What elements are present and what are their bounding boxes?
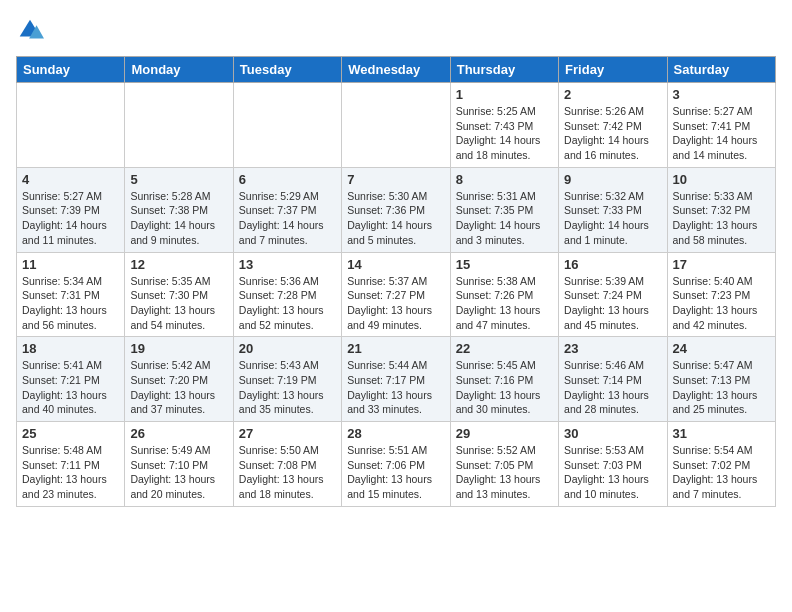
day-number: 17	[673, 257, 770, 272]
week-row-4: 18Sunrise: 5:41 AM Sunset: 7:21 PM Dayli…	[17, 337, 776, 422]
calendar-cell	[342, 83, 450, 168]
day-info: Sunrise: 5:27 AM Sunset: 7:41 PM Dayligh…	[673, 104, 770, 163]
day-number: 2	[564, 87, 661, 102]
day-number: 15	[456, 257, 553, 272]
calendar-cell: 13Sunrise: 5:36 AM Sunset: 7:28 PM Dayli…	[233, 252, 341, 337]
day-number: 12	[130, 257, 227, 272]
day-number: 3	[673, 87, 770, 102]
day-number: 6	[239, 172, 336, 187]
calendar-cell: 7Sunrise: 5:30 AM Sunset: 7:36 PM Daylig…	[342, 167, 450, 252]
day-info: Sunrise: 5:48 AM Sunset: 7:11 PM Dayligh…	[22, 443, 119, 502]
calendar-cell	[125, 83, 233, 168]
day-info: Sunrise: 5:39 AM Sunset: 7:24 PM Dayligh…	[564, 274, 661, 333]
day-number: 30	[564, 426, 661, 441]
calendar-cell: 27Sunrise: 5:50 AM Sunset: 7:08 PM Dayli…	[233, 422, 341, 507]
calendar-cell: 16Sunrise: 5:39 AM Sunset: 7:24 PM Dayli…	[559, 252, 667, 337]
day-info: Sunrise: 5:31 AM Sunset: 7:35 PM Dayligh…	[456, 189, 553, 248]
day-number: 4	[22, 172, 119, 187]
day-info: Sunrise: 5:41 AM Sunset: 7:21 PM Dayligh…	[22, 358, 119, 417]
day-info: Sunrise: 5:38 AM Sunset: 7:26 PM Dayligh…	[456, 274, 553, 333]
weekday-header-monday: Monday	[125, 57, 233, 83]
calendar-cell: 8Sunrise: 5:31 AM Sunset: 7:35 PM Daylig…	[450, 167, 558, 252]
calendar-cell: 31Sunrise: 5:54 AM Sunset: 7:02 PM Dayli…	[667, 422, 775, 507]
calendar-cell: 9Sunrise: 5:32 AM Sunset: 7:33 PM Daylig…	[559, 167, 667, 252]
day-info: Sunrise: 5:47 AM Sunset: 7:13 PM Dayligh…	[673, 358, 770, 417]
day-info: Sunrise: 5:36 AM Sunset: 7:28 PM Dayligh…	[239, 274, 336, 333]
day-info: Sunrise: 5:46 AM Sunset: 7:14 PM Dayligh…	[564, 358, 661, 417]
calendar-cell: 15Sunrise: 5:38 AM Sunset: 7:26 PM Dayli…	[450, 252, 558, 337]
calendar-cell: 28Sunrise: 5:51 AM Sunset: 7:06 PM Dayli…	[342, 422, 450, 507]
day-info: Sunrise: 5:52 AM Sunset: 7:05 PM Dayligh…	[456, 443, 553, 502]
day-info: Sunrise: 5:29 AM Sunset: 7:37 PM Dayligh…	[239, 189, 336, 248]
week-row-1: 1Sunrise: 5:25 AM Sunset: 7:43 PM Daylig…	[17, 83, 776, 168]
day-info: Sunrise: 5:50 AM Sunset: 7:08 PM Dayligh…	[239, 443, 336, 502]
calendar-cell: 21Sunrise: 5:44 AM Sunset: 7:17 PM Dayli…	[342, 337, 450, 422]
logo-icon	[16, 16, 44, 44]
day-number: 28	[347, 426, 444, 441]
day-number: 7	[347, 172, 444, 187]
weekday-header-wednesday: Wednesday	[342, 57, 450, 83]
day-info: Sunrise: 5:34 AM Sunset: 7:31 PM Dayligh…	[22, 274, 119, 333]
day-number: 14	[347, 257, 444, 272]
logo	[16, 16, 46, 44]
calendar-cell: 6Sunrise: 5:29 AM Sunset: 7:37 PM Daylig…	[233, 167, 341, 252]
day-number: 19	[130, 341, 227, 356]
day-info: Sunrise: 5:44 AM Sunset: 7:17 PM Dayligh…	[347, 358, 444, 417]
day-number: 16	[564, 257, 661, 272]
calendar-cell: 18Sunrise: 5:41 AM Sunset: 7:21 PM Dayli…	[17, 337, 125, 422]
day-info: Sunrise: 5:51 AM Sunset: 7:06 PM Dayligh…	[347, 443, 444, 502]
day-number: 24	[673, 341, 770, 356]
day-info: Sunrise: 5:45 AM Sunset: 7:16 PM Dayligh…	[456, 358, 553, 417]
calendar-cell: 23Sunrise: 5:46 AM Sunset: 7:14 PM Dayli…	[559, 337, 667, 422]
calendar-cell: 10Sunrise: 5:33 AM Sunset: 7:32 PM Dayli…	[667, 167, 775, 252]
day-info: Sunrise: 5:43 AM Sunset: 7:19 PM Dayligh…	[239, 358, 336, 417]
day-info: Sunrise: 5:40 AM Sunset: 7:23 PM Dayligh…	[673, 274, 770, 333]
calendar-cell: 1Sunrise: 5:25 AM Sunset: 7:43 PM Daylig…	[450, 83, 558, 168]
day-number: 20	[239, 341, 336, 356]
day-number: 1	[456, 87, 553, 102]
week-row-2: 4Sunrise: 5:27 AM Sunset: 7:39 PM Daylig…	[17, 167, 776, 252]
day-info: Sunrise: 5:32 AM Sunset: 7:33 PM Dayligh…	[564, 189, 661, 248]
day-info: Sunrise: 5:54 AM Sunset: 7:02 PM Dayligh…	[673, 443, 770, 502]
day-number: 13	[239, 257, 336, 272]
calendar-cell: 4Sunrise: 5:27 AM Sunset: 7:39 PM Daylig…	[17, 167, 125, 252]
day-info: Sunrise: 5:25 AM Sunset: 7:43 PM Dayligh…	[456, 104, 553, 163]
calendar-cell: 25Sunrise: 5:48 AM Sunset: 7:11 PM Dayli…	[17, 422, 125, 507]
calendar-cell: 22Sunrise: 5:45 AM Sunset: 7:16 PM Dayli…	[450, 337, 558, 422]
day-number: 26	[130, 426, 227, 441]
calendar-cell: 30Sunrise: 5:53 AM Sunset: 7:03 PM Dayli…	[559, 422, 667, 507]
day-number: 27	[239, 426, 336, 441]
calendar-cell: 12Sunrise: 5:35 AM Sunset: 7:30 PM Dayli…	[125, 252, 233, 337]
day-number: 25	[22, 426, 119, 441]
weekday-header-sunday: Sunday	[17, 57, 125, 83]
weekday-header-thursday: Thursday	[450, 57, 558, 83]
day-number: 10	[673, 172, 770, 187]
calendar-cell: 20Sunrise: 5:43 AM Sunset: 7:19 PM Dayli…	[233, 337, 341, 422]
calendar-cell	[233, 83, 341, 168]
week-row-5: 25Sunrise: 5:48 AM Sunset: 7:11 PM Dayli…	[17, 422, 776, 507]
page-header	[16, 16, 776, 44]
day-number: 22	[456, 341, 553, 356]
day-info: Sunrise: 5:42 AM Sunset: 7:20 PM Dayligh…	[130, 358, 227, 417]
day-info: Sunrise: 5:30 AM Sunset: 7:36 PM Dayligh…	[347, 189, 444, 248]
calendar: SundayMondayTuesdayWednesdayThursdayFrid…	[16, 56, 776, 507]
calendar-cell: 3Sunrise: 5:27 AM Sunset: 7:41 PM Daylig…	[667, 83, 775, 168]
calendar-cell: 24Sunrise: 5:47 AM Sunset: 7:13 PM Dayli…	[667, 337, 775, 422]
day-info: Sunrise: 5:53 AM Sunset: 7:03 PM Dayligh…	[564, 443, 661, 502]
day-number: 21	[347, 341, 444, 356]
day-info: Sunrise: 5:35 AM Sunset: 7:30 PM Dayligh…	[130, 274, 227, 333]
calendar-cell: 2Sunrise: 5:26 AM Sunset: 7:42 PM Daylig…	[559, 83, 667, 168]
day-info: Sunrise: 5:27 AM Sunset: 7:39 PM Dayligh…	[22, 189, 119, 248]
calendar-cell: 5Sunrise: 5:28 AM Sunset: 7:38 PM Daylig…	[125, 167, 233, 252]
weekday-header-saturday: Saturday	[667, 57, 775, 83]
day-number: 29	[456, 426, 553, 441]
calendar-cell	[17, 83, 125, 168]
day-info: Sunrise: 5:28 AM Sunset: 7:38 PM Dayligh…	[130, 189, 227, 248]
weekday-header-tuesday: Tuesday	[233, 57, 341, 83]
calendar-cell: 19Sunrise: 5:42 AM Sunset: 7:20 PM Dayli…	[125, 337, 233, 422]
weekday-header-row: SundayMondayTuesdayWednesdayThursdayFrid…	[17, 57, 776, 83]
day-number: 11	[22, 257, 119, 272]
day-number: 5	[130, 172, 227, 187]
day-number: 23	[564, 341, 661, 356]
week-row-3: 11Sunrise: 5:34 AM Sunset: 7:31 PM Dayli…	[17, 252, 776, 337]
